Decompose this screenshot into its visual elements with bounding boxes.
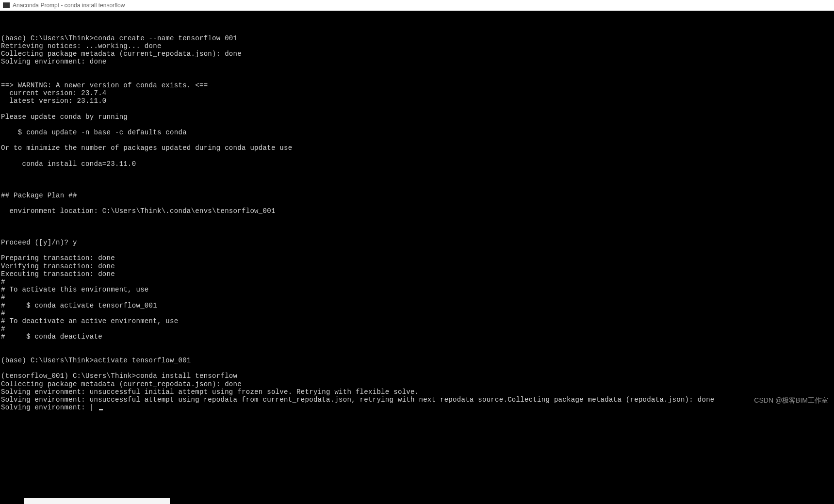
terminal-text: (base) C:\Users\Think>conda create --nam… <box>1 26 834 411</box>
terminal-output[interactable]: (base) C:\Users\Think>conda create --nam… <box>0 11 834 420</box>
taskbar-item[interactable] <box>24 498 170 504</box>
app-icon <box>3 2 10 8</box>
taskbar[interactable] <box>0 498 834 504</box>
window-title: Anaconda Prompt - conda install tensorfl… <box>13 2 125 9</box>
watermark: CSDN @极客BIM工作室 <box>754 396 828 405</box>
window-titlebar[interactable]: Anaconda Prompt - conda install tensorfl… <box>0 0 834 11</box>
cursor <box>99 409 103 410</box>
